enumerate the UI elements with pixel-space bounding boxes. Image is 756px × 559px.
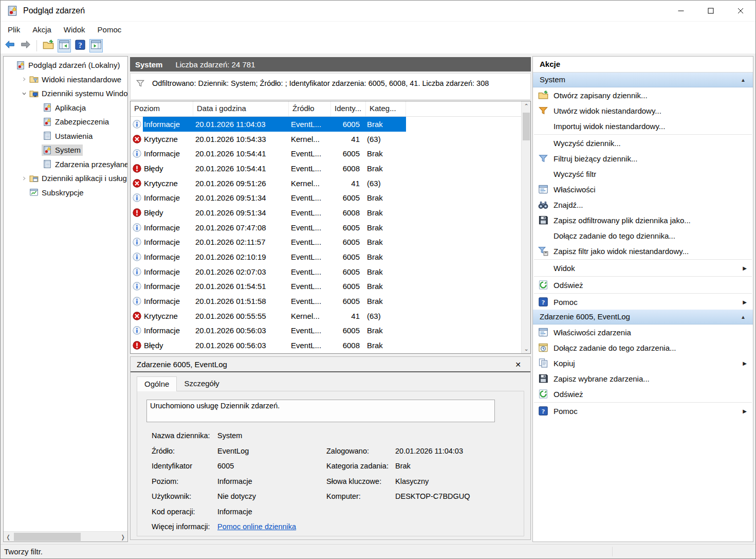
- action-wyczyść-filtr[interactable]: Wyczyść filtr: [533, 166, 753, 182]
- action-zapisz-wybrane-zdarzenia[interactable]: Zapisz wybrane zdarzenia...: [533, 371, 753, 386]
- actions-section-header[interactable]: System▲: [533, 73, 753, 87]
- field-label: Nazwa dziennika:: [152, 431, 210, 440]
- action-właściwości-zdarzenia[interactable]: Właściwości zdarzenia: [533, 324, 753, 340]
- action-odśwież[interactable]: Odśwież: [533, 386, 753, 402]
- tree-item-label-wrap: Dzienniki systemu Windows: [28, 88, 128, 99]
- menu-item-pomoc[interactable]: Pomoc: [91, 22, 128, 38]
- toggle-console-tree-button[interactable]: [58, 39, 71, 52]
- field-row: Identyfikator6005Kategoria zadania:Brak: [137, 462, 524, 477]
- console-tree-panel: Podgląd zdarzeń (Lokalny)Widoki niestand…: [3, 56, 128, 542]
- action-odśwież[interactable]: Odśwież: [533, 277, 753, 293]
- cell-date: 20.01.2026 11:04:03: [193, 120, 289, 129]
- event-row[interactable]: Informacje20.01.2026 09:51:34EventL...60…: [131, 190, 521, 205]
- column-header-poziom[interactable]: Poziom: [131, 101, 193, 116]
- tab-og-lne[interactable]: Ogólne: [137, 376, 177, 391]
- field-label: Komputer:: [326, 492, 361, 500]
- column-header--r-d-o[interactable]: Źródło: [289, 101, 331, 116]
- scrollbar-thumb[interactable]: [14, 533, 81, 541]
- cell-category: Brak: [366, 282, 406, 291]
- tree-item-aplikacja[interactable]: Aplikacja: [4, 101, 127, 115]
- chevron-right-icon[interactable]: [20, 75, 28, 83]
- action-pomoc[interactable]: ?Pomoc▶: [533, 403, 753, 419]
- column-header-identy-[interactable]: Identy...: [331, 101, 366, 116]
- action-zapisz-odfiltrowany-plik-dziennika-jako[interactable]: Zapisz odfiltrowany plik dziennika jako.…: [533, 212, 753, 228]
- cell-date: 20.01.2026 02:07:03: [193, 267, 289, 276]
- column-header-kateg-[interactable]: Kateg...: [366, 101, 406, 116]
- scroll-left-icon[interactable]: ❬: [4, 532, 13, 542]
- maximize-button[interactable]: [696, 1, 726, 21]
- event-row[interactable]: Informacje20.01.2026 01:54:51EventL...60…: [131, 279, 521, 294]
- help-button[interactable]: ?: [73, 39, 87, 52]
- action-dołącz-zadanie-do-tego-zdarzenia[interactable]: Dołącz zadanie do tego zdarzenia...: [533, 340, 753, 355]
- action-importuj-widok-niestandardowy[interactable]: Importuj widok niestandardowy...: [533, 118, 753, 134]
- menu-item-akcja[interactable]: Akcja: [26, 22, 58, 38]
- tree-item-widoki-niestandardowe[interactable]: Widoki niestandardowe: [4, 73, 127, 87]
- action-widok[interactable]: Widok▶: [533, 260, 753, 276]
- action-kopiuj[interactable]: Kopiuj▶: [533, 355, 753, 371]
- action-label: Pomoc: [554, 298, 578, 306]
- scroll-up-icon[interactable]: ⌃: [522, 101, 531, 111]
- chevron-down-icon[interactable]: [20, 89, 28, 98]
- event-row[interactable]: Informacje20.01.2026 07:47:08EventL...60…: [131, 220, 521, 235]
- event-row[interactable]: Krytyczne20.01.2026 10:54:33Kernel...41(…: [131, 132, 521, 147]
- actions-section-header[interactable]: Zdarzenie 6005, EventLog▲: [533, 310, 753, 324]
- collapse-icon[interactable]: ▲: [741, 77, 746, 83]
- action-dołącz-zadanie-do-tego-dziennika[interactable]: Dołącz zadanie do tego dziennika...: [533, 228, 753, 243]
- tree-item-subskrypcje[interactable]: Subskrypcje: [4, 186, 127, 200]
- tree-item-dzienniki-aplikacji-i-us-ug[interactable]: Dzienniki aplikacji i usług: [4, 171, 127, 186]
- back-button[interactable]: [3, 39, 16, 52]
- event-row[interactable]: Krytyczne20.01.2026 09:51:26Kernel...41(…: [131, 176, 521, 191]
- tree-horizontal-scrollbar[interactable]: ❬ ❭: [4, 531, 127, 542]
- menu-item-widok[interactable]: Widok: [58, 22, 91, 38]
- cell-level: Informacje: [143, 267, 193, 276]
- action-wyczyść-dziennik[interactable]: Wyczyść dziennik...: [533, 135, 753, 151]
- tree-item-zabezpieczenia[interactable]: Zabezpieczenia: [4, 115, 127, 129]
- toggle-action-pane-button[interactable]: [89, 39, 103, 52]
- forward-button[interactable]: [19, 39, 32, 52]
- event-row[interactable]: Informacje20.01.2026 01:51:58EventL...60…: [131, 294, 521, 309]
- event-row[interactable]: Informacje20.01.2026 11:04:03EventL...60…: [131, 117, 521, 132]
- action-pomoc[interactable]: ?Pomoc▶: [533, 294, 753, 310]
- event-row[interactable]: Błędy20.01.2026 09:51:34EventL...6008Bra…: [131, 205, 521, 220]
- open-saved-log-button[interactable]: [42, 39, 55, 52]
- tree-item-label-wrap: Zdarzenia przesyłane: [42, 158, 128, 170]
- event-row[interactable]: Informacje20.01.2026 02:11:57EventL...60…: [131, 235, 521, 250]
- action-zapisz-filtr-jako-widok-niestandardowy[interactable]: Zapisz filtr jako widok niestandardowy..…: [533, 243, 753, 259]
- scroll-right-icon[interactable]: ❭: [118, 532, 127, 542]
- action-filtruj-bieżący-dziennik[interactable]: Filtruj bieżący dziennik...: [533, 151, 753, 166]
- event-fields: Nazwa dziennika:SystemŹródło:EventLogZal…: [137, 431, 524, 538]
- close-button[interactable]: [726, 1, 755, 21]
- action-właściwości[interactable]: Właściwości: [533, 182, 753, 197]
- submenu-arrow-icon: ▶: [743, 299, 747, 305]
- online-help-link[interactable]: Pomoc online dziennika: [217, 522, 296, 531]
- event-row[interactable]: Informacje20.01.2026 10:54:41EventL...60…: [131, 146, 521, 161]
- table-vertical-scrollbar[interactable]: ⌃ ⌄: [521, 101, 530, 353]
- action-znajdź[interactable]: Znajdź...: [533, 197, 753, 212]
- details-close-icon[interactable]: ✕: [513, 359, 523, 370]
- menu-item-plik[interactable]: Plik: [1, 22, 26, 38]
- scroll-down-icon[interactable]: ⌄: [522, 344, 531, 353]
- cell-event-id: 41: [331, 179, 366, 188]
- cell-source: EventL...: [289, 341, 331, 350]
- event-row[interactable]: Informacje20.01.2026 02:07:03EventL...60…: [131, 264, 521, 279]
- tree-item-zdarzenia-przesy-ane[interactable]: Zdarzenia przesyłane: [4, 157, 127, 172]
- tree-item-podgl-d-zdarze-lokalny-[interactable]: Podgląd zdarzeń (Lokalny): [4, 58, 127, 73]
- minimize-button[interactable]: [666, 1, 696, 21]
- event-row[interactable]: Informacje20.01.2026 00:56:03EventL...60…: [131, 323, 521, 338]
- action-otwórz-zapisany-dziennik[interactable]: Otwórz zapisany dziennik...: [533, 87, 753, 103]
- action-label: Dołącz zadanie do tego dziennika...: [554, 231, 675, 240]
- column-header-data-i-godzina[interactable]: Data i godzina: [193, 101, 289, 116]
- tree-item-dzienniki-systemu-windows[interactable]: Dzienniki systemu Windows: [4, 86, 127, 101]
- tree-item-ustawienia[interactable]: Ustawienia: [4, 129, 127, 143]
- action-utwórz-widok-niestandardowy[interactable]: Utwórz widok niestandardowy...: [533, 103, 753, 118]
- collapse-icon[interactable]: ▲: [741, 314, 746, 320]
- event-row[interactable]: Błędy20.01.2026 00:56:03EventL...6008Bra…: [131, 338, 521, 353]
- tree-item-system[interactable]: System: [4, 143, 127, 157]
- event-row[interactable]: Błędy20.01.2026 10:54:41EventL...6008Bra…: [131, 161, 521, 176]
- tab-szczeg-y[interactable]: Szczegóły: [177, 376, 226, 391]
- event-row[interactable]: Krytyczne20.01.2026 00:55:55Kernel...41(…: [131, 309, 521, 323]
- event-row[interactable]: Informacje20.01.2026 02:10:19EventL...60…: [131, 249, 521, 264]
- scrollbar-thumb[interactable]: [523, 113, 530, 140]
- chevron-right-icon[interactable]: [20, 174, 28, 183]
- field-label: Więcej informacji:: [152, 522, 210, 531]
